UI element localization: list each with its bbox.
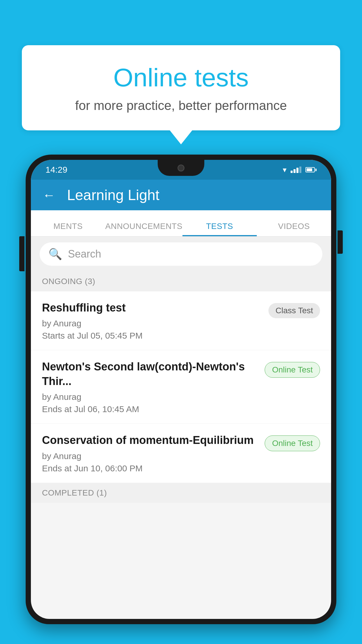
- test-author-2: by Anurag: [42, 392, 259, 402]
- test-badge-2: Online Test: [265, 362, 320, 378]
- test-name-3: Conservation of momentum-Equilibrium: [42, 433, 259, 447]
- tab-videos[interactable]: VIDEOS: [257, 222, 331, 236]
- speech-bubble-wrapper: Online tests for more practice, better p…: [22, 45, 340, 130]
- status-icons: ▾: [283, 165, 317, 174]
- test-author-3: by Anurag: [42, 451, 259, 461]
- tabs-bar: MENTS ANNOUNCEMENTS TESTS VIDEOS: [31, 210, 331, 237]
- search-bar[interactable]: 🔍 Search: [40, 242, 322, 266]
- test-badge-3: Online Test: [265, 435, 320, 451]
- ongoing-section-header: ONGOING (3): [31, 272, 331, 291]
- bubble-title: Online tests: [45, 63, 317, 92]
- search-placeholder: Search: [68, 248, 101, 260]
- test-name-1: Reshuffling test: [42, 301, 263, 315]
- phone-outer: 14:29 ▾: [26, 155, 336, 624]
- search-icon: 🔍: [48, 248, 62, 260]
- notch: [158, 160, 204, 176]
- camera-icon: [178, 164, 184, 172]
- tab-tests[interactable]: TESTS: [182, 222, 257, 236]
- test-info-1: Reshuffling test by Anurag Starts at Jul…: [42, 301, 268, 341]
- search-container: 🔍 Search: [31, 237, 331, 272]
- test-time-1: Starts at Jul 05, 05:45 PM: [42, 331, 263, 341]
- wifi-icon: ▾: [283, 165, 287, 174]
- speech-bubble: Online tests for more practice, better p…: [22, 45, 340, 130]
- tab-announcements[interactable]: ANNOUNCEMENTS: [105, 222, 182, 236]
- test-time-2: Ends at Jul 06, 10:45 AM: [42, 404, 259, 414]
- test-name-2: Newton's Second law(contd)-Newton's Thir…: [42, 360, 259, 388]
- bubble-subtitle: for more practice, better performance: [45, 98, 317, 113]
- back-button[interactable]: ←: [43, 188, 55, 202]
- test-author-1: by Anurag: [42, 318, 263, 328]
- test-info-2: Newton's Second law(contd)-Newton's Thir…: [42, 360, 265, 414]
- completed-section-header: COMPLETED (1): [31, 483, 331, 503]
- app-bar-title: Learning Light: [67, 187, 159, 204]
- phone-screen: 14:29 ▾: [31, 160, 331, 619]
- test-item-3[interactable]: Conservation of momentum-Equilibrium by …: [31, 424, 331, 483]
- signal-icon: [291, 167, 301, 173]
- status-time: 14:29: [45, 165, 67, 175]
- test-item-2[interactable]: Newton's Second law(contd)-Newton's Thir…: [31, 350, 331, 424]
- phone-wrapper: 14:29 ▾: [26, 155, 336, 644]
- tab-ments[interactable]: MENTS: [31, 222, 105, 236]
- test-list: Reshuffling test by Anurag Starts at Jul…: [31, 291, 331, 483]
- test-info-3: Conservation of momentum-Equilibrium by …: [42, 433, 265, 473]
- test-time-3: Ends at Jun 10, 06:00 PM: [42, 463, 259, 473]
- battery-icon: [305, 167, 317, 172]
- test-badge-1: Class Test: [268, 303, 320, 318]
- app-bar: ← Learning Light: [31, 180, 331, 210]
- test-item-1[interactable]: Reshuffling test by Anurag Starts at Jul…: [31, 291, 331, 350]
